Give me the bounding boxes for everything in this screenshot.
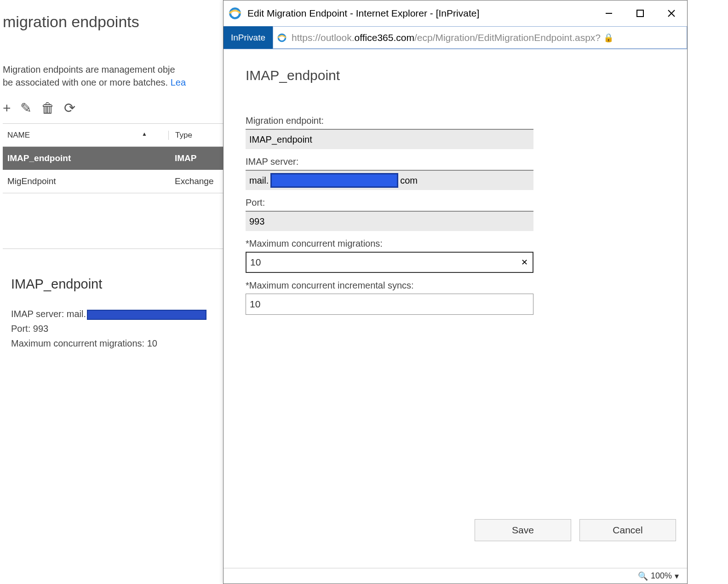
max-incremental-input[interactable]: 10 [246, 294, 533, 315]
close-button[interactable] [658, 4, 685, 23]
form-body: IMAP_endpoint Migration endpoint: IMAP_e… [224, 49, 687, 568]
col-name-label: NAME [7, 131, 30, 139]
imap-server-label: IMAP server: [246, 156, 665, 167]
url-prefix: https://outlook. [292, 32, 355, 43]
zoom-icon[interactable]: 🔍 [638, 571, 648, 581]
desc-line2: be associated with one or more batches. [3, 77, 171, 87]
edit-endpoint-window: Edit Migration Endpoint - Internet Explo… [223, 0, 688, 584]
redacted-domain [270, 173, 398, 188]
max-migrations-value: 10 [250, 257, 261, 268]
cancel-button[interactable]: Cancel [579, 519, 676, 541]
window-titlebar: Edit Migration Endpoint - Internet Explo… [224, 0, 687, 26]
table-row[interactable]: IMAP_endpoint IMAP [3, 147, 233, 170]
ie-icon [228, 6, 242, 20]
zoom-level[interactable]: 100% [651, 571, 672, 581]
imap-prefix: mail. [249, 175, 269, 186]
minimize-button[interactable] [595, 4, 623, 23]
lock-icon: 🔒 [603, 33, 613, 43]
endpoint-field: IMAP_endpoint [246, 129, 533, 149]
learn-more-link[interactable]: Lea [171, 77, 186, 87]
port-field: 993 [246, 211, 533, 231]
redacted-server [87, 310, 206, 320]
url-host: office365.com [355, 32, 414, 43]
form-title: IMAP_endpoint [246, 68, 665, 83]
row-name: MigEndpoint [3, 176, 168, 186]
max-migrations-label: *Maximum concurrent migrations: [246, 238, 665, 249]
endpoint-label: Migration endpoint: [246, 116, 665, 126]
details-pane: IMAP_endpoint IMAP server: mail. Port: 9… [3, 277, 233, 351]
imap-server-field: mail. com [246, 170, 533, 190]
table-header: NAME ▲ Type [3, 124, 233, 147]
details-imap-label: IMAP server: mail. [11, 309, 86, 319]
divider [3, 249, 233, 249]
form-footer: Save Cancel [475, 519, 676, 541]
endpoint-value: IMAP_endpoint [249, 134, 312, 145]
sort-asc-icon: ▲ [142, 131, 147, 137]
status-bar: 🔍 100% ▾ [224, 568, 687, 584]
row-name: IMAP_endpoint [3, 153, 168, 163]
col-name-header[interactable]: NAME ▲ [3, 131, 168, 140]
svg-rect-2 [637, 10, 643, 17]
table-row[interactable]: MigEndpoint Exchange [3, 170, 233, 193]
imap-suffix: com [400, 175, 418, 186]
max-incremental-label: *Maximum concurrent incremental syncs: [246, 280, 665, 291]
save-button[interactable]: Save [475, 519, 571, 541]
clear-icon[interactable]: ✕ [521, 257, 529, 267]
inprivate-badge: InPrivate [224, 26, 273, 49]
port-label: Port: [246, 197, 665, 208]
page-description: Migration endpoints are management obje … [3, 63, 233, 89]
details-title: IMAP_endpoint [11, 277, 233, 292]
desc-line1: Migration endpoints are management obje [3, 64, 175, 75]
zoom-dropdown-icon[interactable]: ▾ [675, 571, 679, 581]
url-path: /ecp/Migration/EditMigrationEndpoint.asp… [414, 32, 601, 43]
url-input[interactable]: https://outlook.office365.com/ecp/Migrat… [273, 26, 687, 49]
endpoints-table: NAME ▲ Type IMAP_endpoint IMAP MigEndpoi… [3, 123, 233, 193]
details-port-line: Port: 993 [11, 321, 233, 336]
ie-small-icon [277, 33, 287, 43]
details-max-line: Maximum concurrent migrations: 10 [11, 336, 233, 351]
address-bar: InPrivate https://outlook.office365.com/… [224, 26, 687, 49]
window-title: Edit Migration Endpoint - Internet Explo… [247, 8, 591, 19]
port-value: 993 [249, 216, 264, 227]
add-icon[interactable]: + [3, 100, 11, 116]
delete-icon[interactable]: 🗑 [41, 100, 55, 116]
details-imap-line: IMAP server: mail. [11, 306, 233, 321]
refresh-icon[interactable]: ⟳ [64, 100, 75, 116]
max-incremental-value: 10 [250, 299, 260, 310]
maximize-button[interactable] [626, 4, 654, 23]
url-text: https://outlook.office365.com/ecp/Migrat… [292, 32, 601, 43]
max-migrations-input[interactable]: 10 ✕ [246, 252, 533, 273]
edit-icon[interactable]: ✎ [20, 100, 32, 116]
